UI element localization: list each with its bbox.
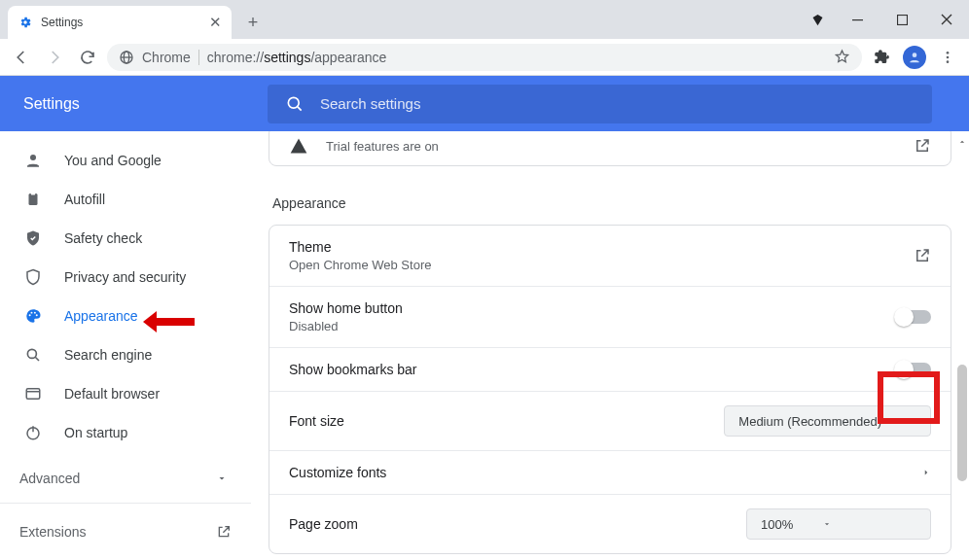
trial-features-banner[interactable]: Trial features are on — [269, 131, 951, 166]
search-icon — [23, 346, 43, 364]
svg-point-4 — [913, 52, 917, 57]
row-font-size: Font size Medium (Recommended) — [269, 392, 951, 451]
sidebar-advanced-toggle[interactable]: Advanced — [0, 458, 251, 497]
row-label: Theme — [289, 239, 431, 255]
sidebar-item-safety-check[interactable]: Safety check — [0, 219, 251, 258]
reload-button[interactable] — [74, 44, 101, 71]
sidebar-item-on-startup[interactable]: On startup — [0, 413, 251, 452]
row-page-zoom: Page zoom 100% — [269, 495, 951, 553]
advanced-label: Advanced — [19, 471, 80, 486]
chevron-down-icon — [911, 416, 920, 426]
select-value: Medium (Recommended) — [738, 414, 881, 429]
content-area: You and Google Autofill Safety check Pri… — [0, 131, 969, 560]
sidebar-item-label: Appearance — [64, 308, 138, 324]
svg-rect-10 — [29, 193, 38, 205]
profile-avatar[interactable] — [901, 44, 928, 71]
maximize-button[interactable] — [879, 5, 924, 34]
settings-main-panel: Trial features are on Appearance Theme O… — [251, 131, 969, 560]
url-text: chrome://settings/appearance — [207, 50, 386, 65]
new-tab-button[interactable]: + — [239, 9, 267, 36]
svg-point-15 — [36, 314, 38, 316]
browser-tab[interactable]: Settings ✕ — [8, 6, 232, 39]
sidebar-item-appearance[interactable]: Appearance — [0, 297, 251, 335]
row-label: Show home button — [289, 300, 403, 316]
extensions-label: Extensions — [19, 524, 86, 540]
warning-icon — [289, 136, 308, 156]
address-bar[interactable]: Chrome chrome://settings/appearance — [107, 44, 862, 71]
sidebar-item-label: On startup — [64, 425, 127, 440]
font-size-select[interactable]: Medium (Recommended) — [724, 405, 931, 437]
sidebar-item-autofill[interactable]: Autofill — [0, 180, 251, 219]
svg-rect-1 — [897, 15, 907, 24]
power-icon — [23, 424, 43, 441]
sidebar-item-label: Privacy and security — [64, 269, 186, 285]
browser-toolbar: Chrome chrome://settings/appearance — [0, 39, 969, 76]
row-customize-fonts[interactable]: Customize fonts — [269, 451, 951, 495]
svg-point-5 — [947, 52, 950, 54]
site-info-icon[interactable] — [119, 50, 134, 65]
row-label: Page zoom — [289, 516, 358, 532]
row-label: Font size — [289, 413, 344, 429]
bookmark-star-icon[interactable] — [834, 49, 850, 65]
scrollbar-thumb[interactable] — [957, 365, 967, 481]
extensions-icon[interactable] — [868, 44, 895, 71]
person-icon — [23, 152, 43, 169]
close-window-button[interactable] — [924, 5, 969, 34]
search-icon — [285, 94, 305, 114]
sidebar-item-default-browser[interactable]: Default browser — [0, 374, 251, 413]
minimize-button[interactable] — [835, 5, 879, 34]
svg-point-16 — [27, 349, 36, 358]
row-sublabel: Disabled — [289, 319, 403, 333]
sidebar-item-search-engine[interactable]: Search engine — [0, 335, 251, 374]
svg-rect-17 — [26, 389, 40, 400]
open-external-icon — [914, 137, 931, 155]
palette-icon — [23, 307, 43, 325]
close-icon[interactable]: ✕ — [209, 14, 222, 31]
settings-sidebar: You and Google Autofill Safety check Pri… — [0, 131, 251, 560]
shield-icon — [23, 268, 43, 286]
svg-point-7 — [947, 60, 950, 63]
banner-text: Trial features are on — [326, 139, 439, 154]
svg-point-14 — [34, 312, 36, 314]
svg-rect-11 — [31, 192, 36, 195]
chevron-right-icon — [921, 467, 931, 478]
appearance-card: Theme Open Chrome Web Store Show home bu… — [269, 225, 951, 554]
settings-header: Settings — [0, 76, 969, 131]
vpn-badge-icon — [809, 12, 825, 27]
svg-rect-0 — [852, 19, 863, 20]
home-button-toggle[interactable] — [896, 310, 931, 324]
chevron-down-icon — [822, 519, 832, 529]
bookmarks-bar-toggle[interactable] — [896, 363, 931, 376]
search-input[interactable] — [320, 95, 915, 112]
sidebar-item-privacy[interactable]: Privacy and security — [0, 258, 251, 297]
back-button[interactable] — [8, 44, 35, 71]
sidebar-item-you-and-google[interactable]: You and Google — [0, 141, 251, 180]
separator — [198, 50, 199, 65]
svg-point-13 — [31, 312, 33, 314]
menu-icon[interactable] — [934, 44, 961, 71]
shield-check-icon — [23, 229, 43, 247]
svg-point-9 — [30, 155, 36, 160]
window-titlebar: Settings ✕ + — [0, 0, 969, 39]
svg-point-12 — [29, 314, 31, 316]
page-title: Settings — [0, 95, 268, 113]
row-show-bookmarks-bar: Show bookmarks bar — [269, 348, 951, 392]
scroll-up-arrow[interactable] — [957, 137, 967, 147]
tab-title: Settings — [41, 16, 83, 29]
select-value: 100% — [761, 517, 793, 532]
search-settings-box[interactable] — [268, 85, 932, 123]
forward-button[interactable] — [41, 44, 68, 71]
page-zoom-select[interactable]: 100% — [746, 508, 931, 540]
open-external-icon — [914, 247, 931, 264]
row-show-home-button: Show home button Disabled — [269, 287, 951, 348]
window-icon — [23, 385, 43, 402]
sidebar-extensions-link[interactable]: Extensions — [0, 509, 251, 554]
sidebar-item-label: Default browser — [64, 386, 160, 402]
sidebar-item-label: You and Google — [64, 153, 162, 168]
divider — [0, 503, 251, 504]
svg-point-8 — [288, 97, 299, 108]
sidebar-item-label: Autofill — [64, 192, 105, 207]
clipboard-icon — [23, 191, 43, 208]
row-theme[interactable]: Theme Open Chrome Web Store — [269, 226, 951, 287]
section-title-appearance: Appearance — [272, 195, 951, 211]
